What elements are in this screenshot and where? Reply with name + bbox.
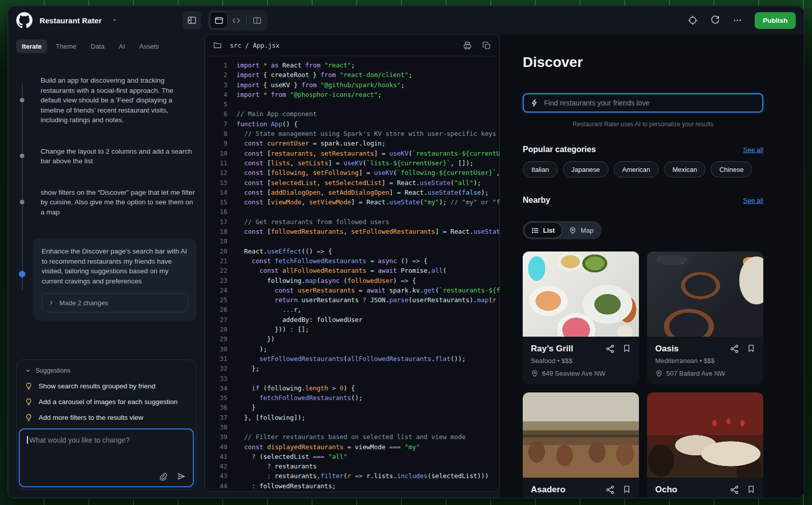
- line-number: 17: [212, 217, 227, 227]
- map-pin-icon: [531, 370, 538, 377]
- code-line: 17 // Get restaurants from followed user…: [212, 217, 499, 227]
- text-cursor: [27, 436, 28, 444]
- restaurant-actions: [730, 485, 755, 494]
- code-line: 33: [212, 374, 499, 383]
- restaurant-card[interactable]: Ocho: [647, 392, 763, 498]
- code-area[interactable]: 1import * as React from "react";2import …: [205, 56, 499, 491]
- category-chip-japanese[interactable]: Japanese: [563, 161, 608, 177]
- popular-see-all-link[interactable]: See all: [743, 146, 763, 154]
- category-chip-american[interactable]: American: [614, 161, 659, 177]
- folder-icon[interactable]: [213, 41, 222, 50]
- line-number: 7: [212, 119, 227, 129]
- share-icon[interactable]: [730, 344, 739, 353]
- code-line: 5: [212, 99, 499, 109]
- category-chip-chinese[interactable]: Chinese: [710, 161, 752, 177]
- timeline-dot: [20, 98, 24, 102]
- line-number: 31: [212, 354, 227, 364]
- share-icon[interactable]: [730, 485, 739, 494]
- code-line: 26 ...r,: [212, 305, 499, 314]
- prompt-message-text: show filters on the “Discover” page that…: [41, 188, 195, 218]
- suggestion-item[interactable]: Add a carousel of images for each sugges…: [19, 394, 194, 410]
- restaurant-photo: [523, 392, 639, 478]
- search-caption: Restaurant Rater uses AI to personalize …: [523, 121, 763, 128]
- file-breadcrumb[interactable]: src / App.jsx: [230, 42, 280, 49]
- list-map-toggle: ListMap: [523, 221, 602, 239]
- map-pin-icon: [655, 370, 663, 377]
- category-chip-italian[interactable]: Italian: [523, 161, 558, 177]
- suggestion-text: Show search results grouped by friend: [39, 382, 155, 390]
- line-number: 8: [212, 129, 227, 138]
- line-number: 38: [212, 422, 227, 432]
- code-line: 35 fetchFollowedRestaurants();: [212, 393, 499, 403]
- nearby-see-all-link[interactable]: See all: [743, 197, 763, 204]
- bookmark-icon[interactable]: [623, 485, 631, 494]
- suggestions-header-label: Suggestions: [36, 367, 71, 374]
- lightning-icon: [530, 99, 538, 107]
- suggestion-item[interactable]: Add more filters to the results view: [19, 410, 194, 425]
- refresh-icon[interactable]: [710, 15, 720, 25]
- suggestions-header[interactable]: Suggestions: [19, 362, 194, 378]
- line-number: 10: [212, 149, 227, 158]
- line-number: 32: [212, 364, 227, 373]
- restaurant-card[interactable]: Ray’s GrillSeafood • $$$649 Seaview Ave …: [523, 251, 639, 384]
- app-brand[interactable]: Restaurant Rater: [16, 12, 118, 28]
- bookmark-icon[interactable]: [747, 344, 755, 353]
- line-number: 6: [212, 109, 227, 119]
- prompt-message[interactable]: Build an app for discovering and trackin…: [16, 76, 195, 125]
- restaurant-card[interactable]: Asadero: [523, 392, 639, 498]
- share-icon[interactable]: [605, 485, 615, 494]
- restaurant-info: Ocho: [647, 478, 763, 498]
- publish-button[interactable]: Publish: [755, 12, 796, 29]
- tab-theme[interactable]: Theme: [50, 40, 82, 53]
- line-number: 5: [212, 99, 227, 109]
- view-mode-segmented-control: [208, 10, 267, 30]
- share-icon[interactable]: [605, 344, 615, 353]
- nearby-header-row: Nearby See all: [523, 196, 763, 205]
- copy-icon[interactable]: [482, 41, 491, 50]
- line-number: 21: [212, 256, 227, 266]
- code-line: 24 const userRestaurants = await spark.k…: [212, 285, 499, 295]
- code-line: 11 const [lists, setLists] = useKV(`list…: [212, 158, 499, 168]
- bookmark-icon[interactable]: [623, 344, 631, 353]
- view-mode-preview-button[interactable]: [210, 12, 227, 28]
- category-chip-mexican[interactable]: Mexican: [664, 161, 705, 177]
- caret-down-icon[interactable]: [112, 17, 118, 23]
- restaurant-cuisine-price: Mediterranean • $$$: [655, 357, 755, 365]
- suggestion-item[interactable]: Show search results grouped by friend: [19, 378, 194, 394]
- suggestions-panel: Suggestions Show search results grouped …: [16, 359, 196, 490]
- prompt-message[interactable]: Change the layout to 2 columns and add a…: [16, 147, 195, 166]
- chat-input[interactable]: What would you like to change?: [19, 428, 194, 487]
- code-line: 19: [212, 236, 499, 246]
- crosshair-icon[interactable]: [688, 15, 698, 25]
- restaurant-name: Asadero: [531, 485, 605, 495]
- toggle-list-button[interactable]: List: [524, 223, 562, 238]
- search-input[interactable]: Find restaurants your friends love: [523, 93, 763, 113]
- tab-data[interactable]: Data: [85, 40, 110, 53]
- content-row: IterateThemeDataAIAssets Build an app fo…: [8, 34, 804, 498]
- bookmark-icon[interactable]: [747, 485, 755, 494]
- code-line: 23 following.map(async (followedUser) =>…: [212, 276, 499, 285]
- timeline-dot: [20, 200, 24, 204]
- prompt-message[interactable]: show filters on the “Discover” page that…: [16, 188, 195, 218]
- attachment-paperclip-icon[interactable]: [158, 472, 167, 481]
- more-options-icon[interactable]: [732, 15, 742, 25]
- restaurant-card[interactable]: OasisMediterranean • $$$507 Ballard Ave …: [647, 251, 763, 384]
- restaurant-photo: [523, 251, 639, 337]
- restaurant-photo: [647, 392, 763, 478]
- printer-icon[interactable]: [463, 41, 472, 50]
- view-mode-split-button[interactable]: [248, 12, 265, 28]
- view-mode-code-button[interactable]: [227, 12, 245, 28]
- line-number: 25: [212, 295, 227, 305]
- made-changes-button[interactable]: Made 2 changes: [42, 293, 188, 312]
- sidebar-toggle-button[interactable]: [183, 11, 201, 29]
- line-number: 30: [212, 344, 227, 354]
- tab-ai[interactable]: AI: [113, 40, 130, 53]
- active-prompt-message[interactable]: Enhance the Discover page’s search bar w…: [16, 238, 196, 320]
- restaurant-address: 649 Seaview Ave NW: [531, 370, 631, 377]
- suggestion-text: Add more filters to the results view: [39, 414, 143, 421]
- tab-assets[interactable]: Assets: [133, 40, 164, 53]
- code-line: 14 const [addDialogOpen, setAddDialogOpe…: [212, 188, 499, 197]
- send-icon[interactable]: [177, 472, 186, 481]
- tab-iterate[interactable]: Iterate: [16, 40, 47, 53]
- toggle-map-button[interactable]: Map: [562, 223, 600, 238]
